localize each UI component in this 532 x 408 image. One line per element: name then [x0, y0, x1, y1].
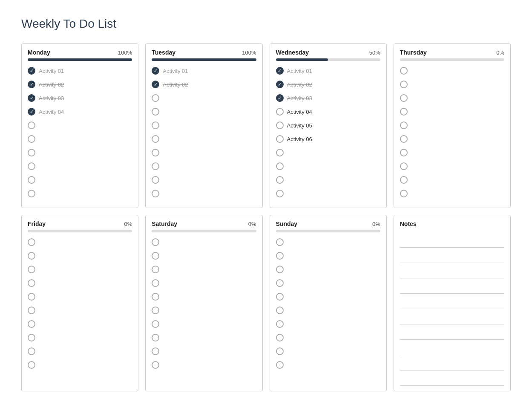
task-checkbox[interactable]: [400, 122, 408, 129]
task-item[interactable]: [28, 134, 132, 144]
task-checkbox[interactable]: [276, 108, 284, 116]
task-item[interactable]: [152, 251, 256, 260]
task-checkbox[interactable]: [28, 347, 35, 355]
task-item[interactable]: [28, 251, 132, 260]
task-item[interactable]: [152, 107, 256, 116]
task-item[interactable]: Activity 04: [276, 107, 380, 116]
task-checkbox[interactable]: [276, 135, 284, 143]
notes-line[interactable]: [400, 340, 504, 355]
task-item[interactable]: [152, 175, 256, 185]
task-checkbox[interactable]: [28, 135, 35, 143]
task-checkbox[interactable]: ✓: [276, 94, 284, 102]
task-checkbox[interactable]: [276, 162, 284, 170]
task-item[interactable]: [28, 319, 132, 329]
task-item[interactable]: [400, 162, 504, 171]
notes-line[interactable]: [400, 309, 504, 324]
task-checkbox[interactable]: [152, 108, 159, 116]
task-checkbox[interactable]: [28, 320, 35, 328]
task-item[interactable]: ✓Activity 01: [276, 66, 380, 75]
task-item[interactable]: [152, 333, 256, 342]
task-checkbox[interactable]: [152, 361, 159, 369]
task-item[interactable]: [152, 237, 256, 247]
task-checkbox[interactable]: [152, 238, 159, 246]
task-checkbox[interactable]: [28, 162, 35, 170]
task-checkbox[interactable]: [152, 149, 159, 156]
task-item[interactable]: [152, 306, 256, 315]
task-item[interactable]: [276, 265, 380, 274]
task-item[interactable]: ✓Activity 03: [28, 93, 132, 103]
task-item[interactable]: [276, 189, 380, 198]
task-checkbox[interactable]: [400, 108, 408, 116]
task-item[interactable]: [276, 292, 380, 301]
task-checkbox[interactable]: ✓: [28, 67, 35, 75]
task-item[interactable]: [28, 333, 132, 342]
task-item[interactable]: [276, 251, 380, 260]
task-item[interactable]: [152, 265, 256, 274]
task-checkbox[interactable]: [400, 149, 408, 156]
task-item[interactable]: [28, 162, 132, 171]
task-checkbox[interactable]: [276, 320, 284, 328]
task-checkbox[interactable]: [400, 67, 408, 75]
task-item[interactable]: [276, 237, 380, 247]
task-checkbox[interactable]: [276, 307, 284, 314]
task-item[interactable]: [152, 347, 256, 356]
task-item[interactable]: Activity 06: [276, 134, 380, 144]
task-checkbox[interactable]: [400, 81, 408, 88]
task-checkbox[interactable]: [276, 334, 284, 341]
task-item[interactable]: [276, 278, 380, 288]
task-item[interactable]: [152, 162, 256, 171]
task-checkbox[interactable]: [152, 162, 159, 170]
task-checkbox[interactable]: [276, 122, 284, 129]
task-checkbox[interactable]: [400, 135, 408, 143]
task-item[interactable]: [400, 121, 504, 130]
task-item[interactable]: [152, 148, 256, 157]
task-checkbox[interactable]: [276, 293, 284, 301]
task-checkbox[interactable]: [152, 307, 159, 314]
task-item[interactable]: [28, 360, 132, 370]
task-checkbox[interactable]: [28, 190, 35, 197]
task-item[interactable]: [276, 175, 380, 185]
task-checkbox[interactable]: [276, 176, 284, 184]
task-item[interactable]: ✓Activity 01: [152, 66, 256, 75]
task-checkbox[interactable]: [276, 279, 284, 287]
task-checkbox[interactable]: [28, 252, 35, 260]
task-item[interactable]: [276, 319, 380, 329]
task-checkbox[interactable]: [152, 334, 159, 341]
task-checkbox[interactable]: [28, 176, 35, 184]
task-item[interactable]: [152, 278, 256, 288]
task-item[interactable]: [152, 93, 256, 103]
notes-line[interactable]: [400, 324, 504, 340]
task-item[interactable]: [28, 278, 132, 288]
task-item[interactable]: [28, 148, 132, 157]
task-checkbox[interactable]: [28, 361, 35, 369]
task-item[interactable]: [400, 107, 504, 116]
task-checkbox[interactable]: [152, 320, 159, 328]
task-item[interactable]: [28, 292, 132, 301]
task-checkbox[interactable]: [276, 347, 284, 355]
task-item[interactable]: [28, 306, 132, 315]
task-item[interactable]: [276, 162, 380, 171]
task-checkbox[interactable]: [152, 252, 159, 260]
task-checkbox[interactable]: [400, 176, 408, 184]
task-item[interactable]: [152, 121, 256, 130]
task-checkbox[interactable]: ✓: [276, 81, 284, 88]
task-item[interactable]: [276, 347, 380, 356]
task-checkbox[interactable]: [400, 94, 408, 102]
task-item[interactable]: ✓Activity 03: [276, 93, 380, 103]
task-item[interactable]: ✓Activity 02: [28, 80, 132, 89]
task-checkbox[interactable]: ✓: [28, 108, 35, 116]
task-checkbox[interactable]: [28, 238, 35, 246]
task-checkbox[interactable]: [28, 307, 35, 314]
task-checkbox[interactable]: [28, 149, 35, 156]
task-item[interactable]: [276, 148, 380, 157]
task-checkbox[interactable]: ✓: [152, 81, 159, 88]
task-checkbox[interactable]: [28, 279, 35, 287]
task-item[interactable]: [276, 333, 380, 342]
task-item[interactable]: ✓Activity 01: [28, 66, 132, 75]
task-checkbox[interactable]: [400, 190, 408, 197]
task-item[interactable]: [400, 189, 504, 198]
task-item[interactable]: [276, 360, 380, 370]
task-checkbox[interactable]: ✓: [28, 94, 35, 102]
task-item[interactable]: [152, 134, 256, 144]
task-item[interactable]: [152, 189, 256, 198]
